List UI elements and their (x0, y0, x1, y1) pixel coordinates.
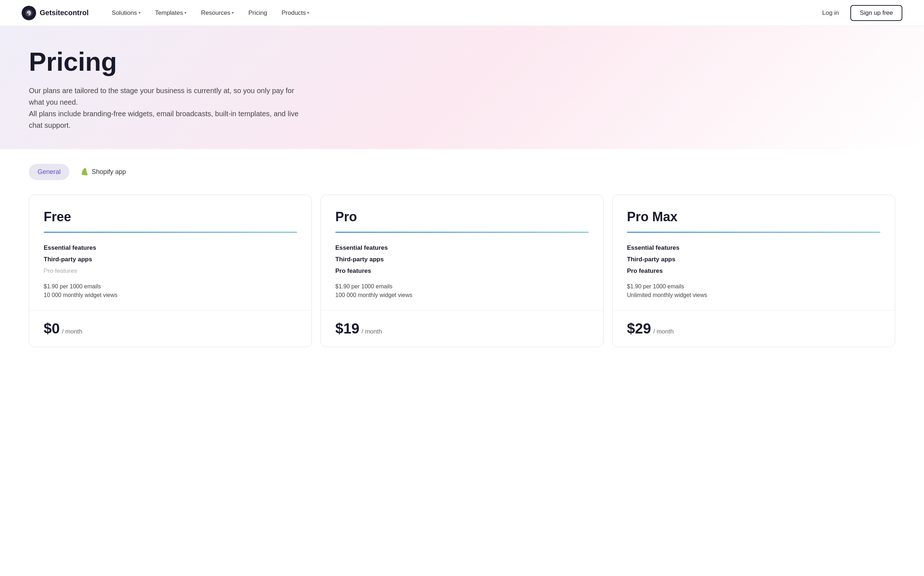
hero-description: Our plans are tailored to the stage your… (29, 85, 310, 131)
nav-pricing[interactable]: Pricing (243, 6, 273, 19)
meta-emails: $1.90 per 1000 emails (44, 283, 297, 290)
hero-section: Pricing Our plans are tailored to the st… (0, 26, 924, 149)
plan-name-free: Free (44, 209, 297, 224)
meta-emails: $1.90 per 1000 emails (627, 283, 880, 290)
feature-list-free: Essential features Third-party apps Pro … (44, 244, 297, 275)
logo[interactable]: Getsitecontrol (22, 6, 89, 20)
plan-name-promax: Pro Max (627, 209, 880, 224)
plan-card-free: Free Essential features Third-party apps… (29, 195, 312, 347)
feature-pro: Pro features (627, 267, 880, 275)
chevron-down-icon: ▾ (307, 10, 309, 15)
tab-general[interactable]: General (29, 164, 69, 180)
feature-pro: Pro features (335, 267, 589, 275)
feature-essential: Essential features (627, 244, 880, 251)
feature-essential: Essential features (335, 244, 589, 251)
plan-divider (335, 232, 589, 233)
feature-list-pro: Essential features Third-party apps Pro … (335, 244, 589, 275)
feature-thirdparty: Third-party apps (627, 256, 880, 263)
tab-shopify[interactable]: Shopify app (72, 163, 134, 180)
pricing-meta-free: $1.90 per 1000 emails 10 000 monthly wid… (44, 283, 297, 298)
pricing-grid: Free Essential features Third-party apps… (29, 195, 895, 347)
feature-list-promax: Essential features Third-party apps Pro … (627, 244, 880, 275)
price-period-pro: / month (362, 328, 382, 335)
navbar: Getsitecontrol Solutions ▾ Templates ▾ R… (0, 0, 924, 26)
card-footer-promax: $29 / month (612, 310, 895, 347)
nav-actions: Log in Sign up free (817, 5, 902, 21)
card-footer-pro: $19 / month (321, 310, 603, 347)
chevron-down-icon: ▾ (139, 10, 141, 15)
feature-pro: Pro features (44, 267, 297, 275)
nav-resources[interactable]: Resources ▾ (195, 6, 240, 19)
plan-card-pro: Pro Essential features Third-party apps … (321, 195, 603, 347)
price-amount-pro: $19 (335, 320, 360, 337)
nav-solutions[interactable]: Solutions ▾ (106, 6, 147, 19)
plan-tabs: General Shopify app (29, 163, 895, 180)
price-period-free: / month (62, 328, 83, 335)
shopify-icon (81, 168, 89, 176)
card-footer-free: $0 / month (29, 310, 312, 347)
nav-templates[interactable]: Templates ▾ (149, 6, 192, 19)
plan-divider (44, 232, 297, 233)
plan-card-promax: Pro Max Essential features Third-party a… (612, 195, 895, 347)
nav-products[interactable]: Products ▾ (276, 6, 315, 19)
feature-thirdparty: Third-party apps (335, 256, 589, 263)
logo-text: Getsitecontrol (40, 9, 89, 17)
feature-essential: Essential features (44, 244, 297, 251)
pricing-meta-promax: $1.90 per 1000 emails Unlimited monthly … (627, 283, 880, 298)
meta-views: 100 000 monthly widget views (335, 292, 589, 298)
price-amount-free: $0 (44, 320, 60, 337)
page-title: Pricing (29, 48, 895, 76)
logo-icon (22, 6, 36, 20)
meta-views: 10 000 monthly widget views (44, 292, 297, 298)
login-button[interactable]: Log in (817, 6, 845, 19)
meta-emails: $1.90 per 1000 emails (335, 283, 589, 290)
nav-links: Solutions ▾ Templates ▾ Resources ▾ Pric… (106, 6, 817, 19)
chevron-down-icon: ▾ (232, 10, 234, 15)
chevron-down-icon: ▾ (184, 10, 187, 15)
plan-divider (627, 232, 880, 233)
meta-views: Unlimited monthly widget views (627, 292, 880, 298)
svg-point-1 (28, 12, 30, 14)
plan-name-pro: Pro (335, 209, 589, 224)
price-period-promax: / month (653, 328, 674, 335)
feature-thirdparty: Third-party apps (44, 256, 297, 263)
main-content: General Shopify app Free Essential featu… (0, 149, 924, 369)
price-amount-promax: $29 (627, 320, 651, 337)
signup-button[interactable]: Sign up free (850, 5, 902, 21)
pricing-meta-pro: $1.90 per 1000 emails 100 000 monthly wi… (335, 283, 589, 298)
